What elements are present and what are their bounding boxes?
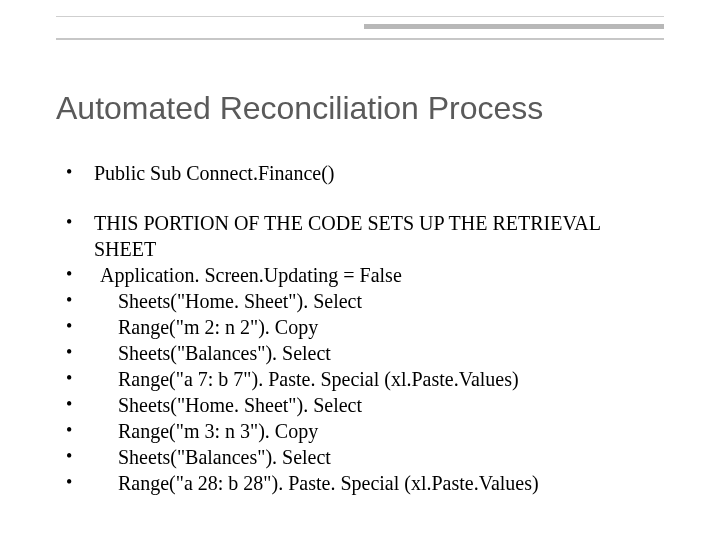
slide-title: Automated Reconciliation Process	[56, 90, 664, 127]
list-item: • Sheets("Home. Sheet"). Select	[66, 392, 664, 418]
list-item-text: Application. Screen.Updating = False	[94, 262, 664, 288]
list-item: • Range("m 3: n 3"). Copy	[66, 418, 664, 444]
bullet-icon: •	[66, 262, 94, 287]
list-item: • Sheets("Balances"). Select	[66, 444, 664, 470]
list-item-text: Sheets("Balances"). Select	[94, 340, 664, 366]
list-item: • Range("m 2: n 2"). Copy	[66, 314, 664, 340]
list-item-text: Sheets("Balances"). Select	[94, 444, 664, 470]
list-item: • Sheets("Home. Sheet"). Select	[66, 288, 664, 314]
bullet-icon: •	[66, 160, 94, 185]
list-item: • Range("a 28: b 28"). Paste. Special (x…	[66, 470, 664, 496]
line-bottom	[56, 38, 664, 40]
bullet-icon: •	[66, 418, 94, 443]
list-item: • Application. Screen.Updating = False	[66, 262, 664, 288]
line-thin	[56, 16, 664, 17]
list-item-text: Range("m 2: n 2"). Copy	[94, 314, 664, 340]
list-item: • Public Sub Connect.Finance()	[66, 160, 664, 186]
list-item-text: Range("a 7: b 7"). Paste. Special (xl.Pa…	[94, 366, 664, 392]
list-item-text: Sheets("Home. Sheet"). Select	[94, 288, 664, 314]
bullet-icon: •	[66, 366, 94, 391]
line-thick	[364, 24, 664, 29]
list-item: • THIS PORTION OF THE CODE SETS UP THE R…	[66, 210, 664, 262]
bullet-icon: •	[66, 288, 94, 313]
list-item-text: Public Sub Connect.Finance()	[94, 160, 664, 186]
list-item-text: Range("m 3: n 3"). Copy	[94, 418, 664, 444]
list-item: • Range("a 7: b 7"). Paste. Special (xl.…	[66, 366, 664, 392]
bullet-icon: •	[66, 340, 94, 365]
bullet-icon: •	[66, 210, 94, 235]
spacer	[66, 186, 664, 210]
list-item-text: Sheets("Home. Sheet"). Select	[94, 392, 664, 418]
list-item-text: Range("a 28: b 28"). Paste. Special (xl.…	[94, 470, 664, 496]
list-item-text: THIS PORTION OF THE CODE SETS UP THE RET…	[94, 210, 664, 262]
list-item: • Sheets("Balances"). Select	[66, 340, 664, 366]
bullet-icon: •	[66, 470, 94, 495]
slide-content: • Public Sub Connect.Finance() • THIS PO…	[66, 160, 664, 496]
decorative-lines	[56, 16, 664, 40]
bullet-icon: •	[66, 444, 94, 469]
bullet-icon: •	[66, 392, 94, 417]
bullet-icon: •	[66, 314, 94, 339]
